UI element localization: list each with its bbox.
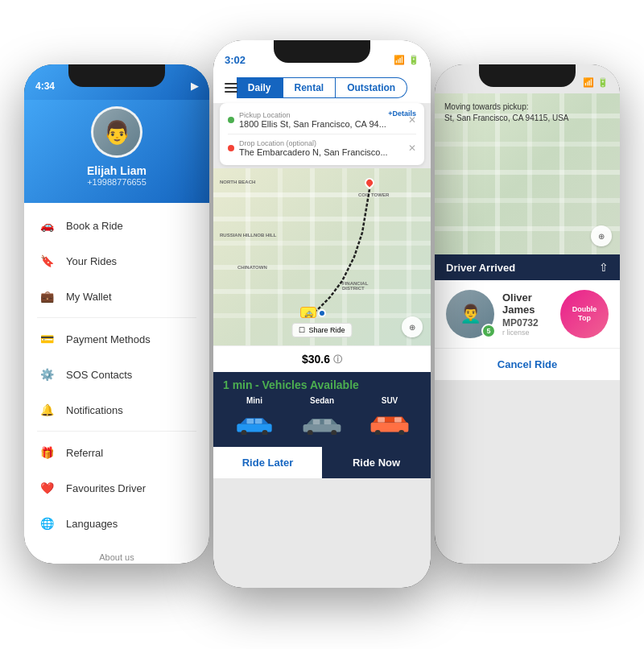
vehicle-suv-label: SUV	[358, 396, 421, 405]
phone-left: 4:34 ▶ 👨 Elijah Liam +19988776655 🚗 Book…	[24, 64, 209, 564]
vehicles-time: 1 min	[223, 378, 253, 391]
user-name: Elijah Liam	[87, 164, 147, 177]
driver-name: Oliver James	[502, 291, 552, 316]
notifications-icon: 🔔	[37, 400, 56, 420]
car-mini-svg	[233, 414, 276, 435]
car-sedan-svg	[300, 414, 344, 435]
tab-daily[interactable]: Daily	[237, 77, 283, 98]
screen-right: 📶 🔋 Moving towards pickup:	[435, 64, 620, 564]
sidebar-item-payment-methods[interactable]: 💳 Payment Methods	[24, 321, 209, 357]
share-ride-button[interactable]: ☐ Share Ride	[291, 323, 352, 337]
sidebar-item-book-ride[interactable]: 🚗 Book a Ride	[24, 208, 209, 243]
drop-label: Drop Location (optional)	[239, 139, 388, 147]
wifi-icon: 📶	[394, 55, 405, 65]
map-label-right: Moving towards pickup: St, San Francisco…	[444, 101, 569, 124]
vehicle-mini-car	[223, 408, 286, 440]
map-pin-blue	[318, 309, 326, 317]
compass-right: ⊕	[591, 225, 612, 246]
about-us-link[interactable]: About us	[37, 551, 196, 564]
location-panel: +Details Pickup Location 1800 Ellis St, …	[220, 103, 424, 165]
sidebar-item-languages[interactable]: 🌐 Languages	[24, 506, 209, 541]
wifi-icon-right: 📶	[583, 77, 594, 88]
price-info-icon[interactable]: ⓘ	[333, 353, 342, 366]
sos-contacts-label: SOS Contacts	[66, 369, 132, 381]
tab-rental[interactable]: Rental	[283, 77, 336, 98]
sos-contacts-icon: ⚙️	[37, 365, 56, 384]
book-ride-label: Book a Ride	[66, 220, 123, 232]
driver-arrived-bar: Driver Arrived ⇧	[435, 254, 620, 280]
sidebar-item-favourites-driver[interactable]: ❤️ Favourites Driver	[24, 470, 209, 506]
your-rides-label: Your Rides	[66, 255, 117, 267]
vehicle-suv-car	[358, 408, 421, 440]
ride-now-button[interactable]: Ride Now	[322, 447, 431, 478]
vehicles-section: 1 min - Vehicles Available Mini	[213, 372, 431, 447]
share-ride-checkbox: ☐	[299, 326, 305, 334]
ride-later-button[interactable]: Ride Later	[213, 447, 322, 478]
battery-icon-right: 🔋	[597, 77, 609, 88]
phone-right: 📶 🔋 Moving towards pickup:	[435, 64, 620, 564]
menu-header: 👨 Elijah Liam +19988776655	[24, 100, 209, 203]
languages-label: Languages	[66, 518, 118, 530]
vehicle-mini-label: Mini	[223, 396, 286, 405]
map-label-line1: Moving towards pickup:	[444, 102, 529, 111]
avatar: 👨	[91, 106, 142, 158]
driver-plate: MP0732	[502, 317, 552, 329]
book-ride-icon: 🚗	[37, 216, 56, 235]
notch-left	[68, 64, 165, 87]
menu-footer: About us Privacy Policy Log Out	[24, 546, 209, 564]
my-wallet-label: My Wallet	[66, 291, 112, 303]
sidebar-item-notifications[interactable]: 🔔 Notifications	[24, 392, 209, 428]
svg-rect-13	[378, 417, 385, 422]
svg-rect-14	[394, 417, 402, 422]
languages-icon: 🌐	[37, 514, 56, 533]
screen-mid: 3:02 📶 🔋 Daily Rental Outstation +Detail…	[213, 40, 431, 588]
notifications-label: Notifications	[66, 404, 123, 416]
notch-right	[479, 64, 576, 87]
map-route-svg	[213, 168, 431, 345]
menu-divider-1	[37, 317, 196, 318]
price-value: $30.6	[302, 353, 330, 366]
details-link[interactable]: +Details	[388, 110, 416, 118]
sidebar-item-referral[interactable]: 🎁 Referral	[24, 435, 209, 470]
share-driver-icon[interactable]: ⇧	[599, 261, 609, 274]
vehicle-sedan[interactable]: Sedan	[291, 396, 353, 440]
drop-info: Drop Location (optional) The Embarcadero…	[239, 139, 388, 157]
price-bar: $30.6 ⓘ	[213, 345, 431, 372]
phone-mid: 3:02 📶 🔋 Daily Rental Outstation +Detail…	[213, 40, 431, 588]
vehicles-row: Mini Sed	[223, 396, 421, 440]
drop-dot	[228, 145, 234, 151]
menu-body: 🚗 Book a Ride 🔖 Your Rides 💼 My Wallet 💳…	[24, 203, 209, 546]
hamburger-icon[interactable]	[225, 83, 237, 93]
vehicle-suv[interactable]: SUV	[358, 396, 421, 440]
your-rides-icon: 🔖	[37, 251, 56, 271]
tab-bar: Daily Rental Outstation	[213, 72, 431, 103]
menu-divider-2	[37, 431, 196, 432]
drop-clear-icon[interactable]: ✕	[408, 143, 416, 154]
vehicles-header: 1 min - Vehicles Available	[223, 378, 421, 391]
location-divider	[228, 134, 416, 134]
referral-icon: 🎁	[37, 443, 56, 462]
status-icons-mid: 📶 🔋	[394, 55, 419, 65]
car-suv-svg	[368, 414, 411, 435]
drop-value: The Embarcadero N, San Francisco...	[239, 147, 388, 157]
double-tap-button[interactable]: Double Top	[560, 290, 609, 338]
vehicle-sedan-car	[291, 408, 353, 440]
cancel-ride-button[interactable]: Cancel Ride	[435, 348, 620, 380]
status-icons-left: ▶	[191, 81, 198, 92]
tab-outstation[interactable]: Outstation	[336, 77, 407, 98]
payment-methods-icon: 💳	[37, 329, 56, 349]
scene: 4:34 ▶ 👨 Elijah Liam +19988776655 🚗 Book…	[0, 0, 644, 649]
driver-license-label: r license	[502, 329, 552, 337]
ride-buttons: Ride Later Ride Now	[213, 447, 431, 478]
map-label-line2: St, San Francisco, CA 94115, USA	[444, 114, 569, 122]
sidebar-item-my-wallet[interactable]: 💼 My Wallet	[24, 279, 209, 314]
driver-rating-badge: 5	[481, 324, 496, 338]
sidebar-item-sos-contacts[interactable]: ⚙️ SOS Contacts	[24, 357, 209, 392]
driver-avatar: 👨‍🦱 5	[446, 290, 494, 338]
pickup-dot	[228, 117, 234, 123]
sidebar-item-your-rides[interactable]: 🔖 Your Rides	[24, 243, 209, 279]
vehicle-mini[interactable]: Mini	[223, 396, 286, 440]
my-wallet-icon: 💼	[37, 287, 56, 306]
status-time-mid: 3:02	[225, 54, 246, 66]
map-cab-icon: 🚕	[300, 307, 316, 318]
